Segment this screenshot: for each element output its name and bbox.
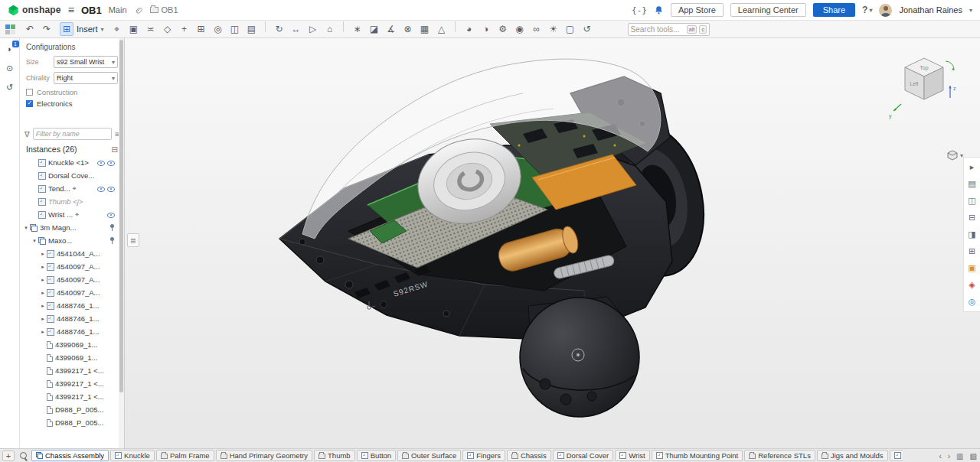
search-tools-input[interactable]: [631, 25, 684, 34]
tab-thumb-mounting-point[interactable]: Thumb Mounting Point: [652, 450, 743, 461]
electronics-checkbox-row[interactable]: Electronics: [26, 99, 118, 108]
3d-viewport[interactable]: S92RSW: [125, 38, 980, 448]
view-mode-button[interactable]: ▾: [947, 150, 963, 161]
belt-icon[interactable]: ∞: [528, 21, 545, 37]
tab-thumb[interactable]: Thumb: [314, 450, 355, 461]
tab-fingers[interactable]: Fingers: [462, 450, 505, 461]
user-menu-chevron-icon[interactable]: ▾: [969, 7, 972, 14]
tab-jigs-and-moulds[interactable]: Jigs and Moulds: [817, 450, 888, 461]
snap-mode-icon[interactable]: ◇: [159, 21, 176, 37]
instance-row[interactable]: Knuckle <1>: [20, 156, 116, 169]
isolate-icon[interactable]: ◨: [966, 229, 978, 240]
instance-row[interactable]: ▸4540097_A...: [20, 273, 116, 286]
instance-row[interactable]: 4399217_1 <...: [20, 390, 116, 403]
named-views-icon[interactable]: ▤: [966, 178, 978, 190]
tree-chevron-icon[interactable]: ▸: [39, 290, 47, 296]
exploded-view-icon[interactable]: ∗: [349, 21, 366, 37]
assembly-3d-view[interactable]: S92RSW: [125, 38, 980, 448]
tab-hand-primary-geometry[interactable]: Hand Primary Geometry: [216, 450, 312, 461]
construction-checkbox[interactable]: [26, 89, 33, 96]
linear-pattern-icon[interactable]: ⊞: [193, 21, 210, 37]
electronics-checkbox[interactable]: [26, 100, 33, 107]
chirality-select[interactable]: Right ▾: [54, 72, 118, 84]
instance-row[interactable]: ▸4488746_1...: [20, 299, 116, 312]
filter-by-name-input[interactable]: [33, 128, 112, 140]
group-icon[interactable]: ▣: [126, 21, 142, 37]
eye-icon[interactable]: [97, 159, 105, 166]
tree-chevron-icon[interactable]: ▸: [39, 329, 47, 335]
replicate-icon[interactable]: ▤: [243, 21, 260, 37]
eye-icon[interactable]: [107, 185, 115, 192]
eye-icon[interactable]: [107, 211, 115, 218]
versions-history-icon[interactable]: ↺: [4, 81, 16, 93]
link-icon[interactable]: [134, 5, 143, 15]
translate-icon[interactable]: ↔: [288, 21, 305, 37]
spotlight-icon[interactable]: ☀: [545, 21, 562, 37]
tab-button[interactable]: Button: [357, 450, 396, 461]
search-tabs-icon[interactable]: [17, 451, 29, 461]
filter-icon[interactable]: ∇: [24, 130, 30, 138]
tree-chevron-icon[interactable]: ▸: [39, 277, 47, 283]
appearance-panel-icon[interactable]: ▣: [966, 262, 978, 274]
configurations-icon[interactable]: ⚙: [495, 21, 511, 37]
eye-icon[interactable]: [107, 159, 115, 166]
user-name[interactable]: Jonathan Raines: [899, 5, 962, 15]
named-positions-icon[interactable]: ⌂: [322, 21, 338, 37]
tab-wrist[interactable]: Wrist: [615, 450, 649, 461]
share-button[interactable]: Share: [813, 3, 855, 17]
tree-chevron-icon[interactable]: ▸: [39, 303, 47, 309]
size-select[interactable]: s92 Small Wrist ▾: [54, 56, 118, 68]
tree-chevron-icon[interactable]: ▾: [31, 238, 38, 244]
display-options-icon[interactable]: ⊟: [966, 212, 978, 223]
construction-checkbox-row[interactable]: Construction: [26, 88, 118, 96]
tree-chevron-icon[interactable]: ▸: [39, 316, 47, 322]
circular-pattern-icon[interactable]: ◎: [210, 21, 227, 37]
where-used-icon[interactable]: ⊙: [4, 62, 16, 74]
mate-icon[interactable]: ⌖: [109, 21, 126, 37]
tab-knuckle[interactable]: Knuckle: [110, 450, 155, 461]
comments-icon[interactable]: ◗1: [4, 43, 16, 55]
instance-row[interactable]: 4399069_1...: [20, 338, 116, 351]
instance-row[interactable]: 4399217_1 <...: [20, 377, 116, 390]
app-store-button[interactable]: App Store: [671, 3, 724, 17]
move-part-icon[interactable]: +: [176, 21, 193, 37]
hole-icon[interactable]: ◉: [511, 21, 528, 37]
tree-chevron-icon[interactable]: ▸: [39, 264, 47, 270]
instance-row[interactable]: Wrist ...⌖: [20, 208, 116, 221]
mate-relations-icon[interactable]: ≍: [142, 21, 159, 37]
instance-row[interactable]: ▸4540097_A...: [20, 260, 116, 273]
learning-center-button[interactable]: Learning Center: [730, 3, 806, 17]
render-panel-icon[interactable]: ◈: [966, 279, 978, 291]
redo-icon[interactable]: ↷: [38, 21, 55, 37]
scrollbar-thumb[interactable]: [119, 40, 123, 392]
mirror-icon[interactable]: ◫: [227, 21, 243, 37]
tab-chassis[interactable]: Chassis: [507, 450, 551, 461]
tab-manager-icon[interactable]: ▥: [956, 452, 963, 460]
tab-dorsal-cover[interactable]: Dorsal Cover: [553, 450, 613, 461]
view-cube[interactable]: Top Left y z: [886, 50, 959, 121]
instance-row[interactable]: 4399217_1 <...: [20, 364, 116, 377]
instance-row[interactable]: Thumb <j>: [20, 195, 116, 208]
structure-panel-toggle[interactable]: ≣: [127, 233, 139, 247]
instance-row[interactable]: D988_P_005...: [20, 416, 116, 429]
tab-overview-icon[interactable]: ▧: [970, 452, 977, 460]
notifications-bell-icon[interactable]: [654, 5, 664, 15]
instance-row[interactable]: ▸4541044_A...: [20, 247, 116, 260]
tab-c[interactable]: C: [890, 450, 903, 461]
instances-scrollbar[interactable]: [119, 38, 124, 448]
animate-icon[interactable]: ▷: [305, 21, 322, 37]
center-of-mass-icon[interactable]: △: [433, 21, 450, 37]
appearance-icon[interactable]: ◕: [461, 21, 478, 37]
featurescript-icon[interactable]: {-}: [632, 5, 647, 15]
tab-outer-surface[interactable]: Outer Surface: [397, 450, 461, 461]
scroll-tabs-left-icon[interactable]: ‹: [939, 452, 941, 460]
tree-chevron-icon[interactable]: ▾: [22, 225, 30, 231]
update-icon[interactable]: ↺: [579, 21, 596, 37]
add-tab-button[interactable]: +: [2, 451, 15, 461]
comment-icon[interactable]: ▢: [562, 21, 579, 37]
user-avatar[interactable]: [879, 4, 892, 17]
instance-row[interactable]: Dorsal Cove...: [20, 169, 116, 182]
instance-row[interactable]: ▸4540097_A...: [20, 286, 116, 299]
analysis-panel-icon[interactable]: ◎: [966, 296, 978, 307]
eye-icon[interactable]: [97, 185, 105, 192]
